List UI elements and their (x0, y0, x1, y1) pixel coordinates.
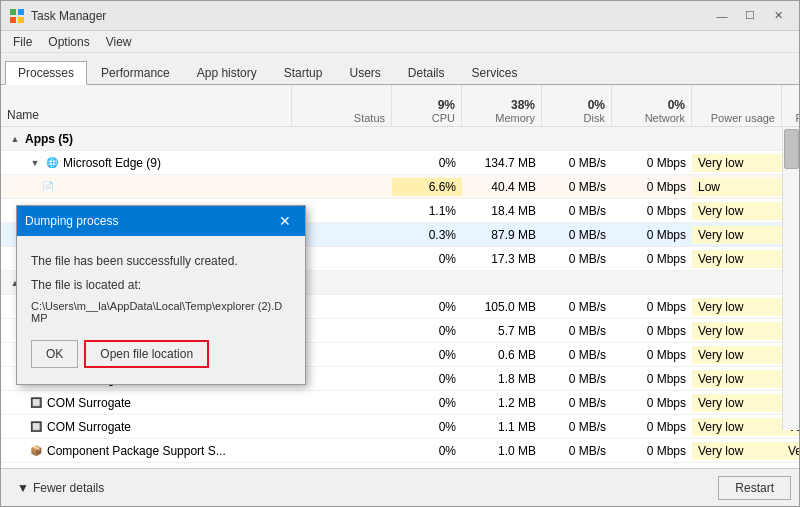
dialog-message1: The file has been successfully created. (31, 252, 291, 270)
menu-bar: File Options View (1, 31, 799, 53)
tab-performance[interactable]: Performance (88, 61, 183, 84)
task-manager-window: Task Manager — ☐ ✕ File Options View Pro… (0, 0, 800, 507)
window-controls: — ☐ ✕ (709, 6, 791, 26)
title-bar-left: Task Manager (9, 8, 106, 24)
minimize-button[interactable]: — (709, 6, 735, 26)
tab-app-history[interactable]: App history (184, 61, 270, 84)
tab-processes[interactable]: Processes (5, 61, 87, 85)
fewer-details-button[interactable]: ▼ Fewer details (9, 477, 112, 499)
dumping-process-dialog: Dumping process ✕ The file has been succ… (16, 205, 306, 385)
tab-details[interactable]: Details (395, 61, 458, 84)
bottom-bar: ▼ Fewer details Restart (1, 468, 799, 506)
fewer-details-label: Fewer details (33, 481, 104, 495)
dialog-path: C:\Users\m__la\AppData\Local\Temp\explor… (31, 300, 291, 324)
svg-rect-3 (18, 17, 24, 23)
dialog-message2: The file is located at: (31, 276, 291, 294)
maximize-button[interactable]: ☐ (737, 6, 763, 26)
dialog-overlay: Dumping process ✕ The file has been succ… (1, 85, 799, 468)
tab-users[interactable]: Users (336, 61, 393, 84)
tab-services[interactable]: Services (459, 61, 531, 84)
svg-rect-2 (10, 17, 16, 23)
tab-startup[interactable]: Startup (271, 61, 336, 84)
svg-rect-0 (10, 9, 16, 15)
content-area: Name Status 9% CPU 38% Memory 0% Disk 0%… (1, 85, 799, 468)
dialog-buttons: OK Open file location (31, 340, 291, 368)
window-title: Task Manager (31, 9, 106, 23)
fewer-details-icon: ▼ (17, 481, 29, 495)
menu-options[interactable]: Options (40, 33, 97, 51)
title-bar: Task Manager — ☐ ✕ (1, 1, 799, 31)
dialog-ok-button[interactable]: OK (31, 340, 78, 368)
dialog-open-location-button[interactable]: Open file location (84, 340, 209, 368)
close-button[interactable]: ✕ (765, 6, 791, 26)
restart-button[interactable]: Restart (718, 476, 791, 500)
svg-rect-1 (18, 9, 24, 15)
dialog-close-button[interactable]: ✕ (273, 210, 297, 232)
menu-file[interactable]: File (5, 33, 40, 51)
tab-bar: Processes Performance App history Startu… (1, 53, 799, 85)
menu-view[interactable]: View (98, 33, 140, 51)
dialog-title-bar: Dumping process ✕ (17, 206, 305, 236)
app-icon (9, 8, 25, 24)
dialog-title: Dumping process (25, 214, 118, 228)
dialog-body: The file has been successfully created. … (17, 236, 305, 384)
